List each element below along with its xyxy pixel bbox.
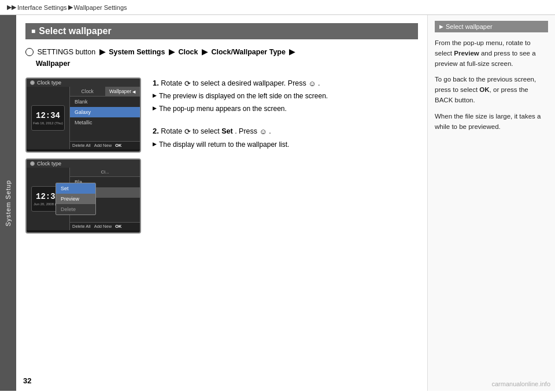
screen1-tab-wallpaper[interactable]: Wallpaper ◀ — [105, 87, 140, 96]
screen2-btn-deleteall[interactable]: Delete All — [72, 224, 91, 229]
watermark: carmanualonline.info — [491, 380, 550, 387]
popup-delete[interactable]: Delete — [56, 204, 95, 215]
right-panel: Select wallpaper From the pop-up menu, r… — [428, 15, 555, 391]
step1-bullet1-text: The preview is displayed on the left sid… — [159, 91, 328, 101]
screen1-menu-list: Blank Galaxy Metallic — [70, 97, 140, 141]
step2-text: 2. Rotate ⟳ to select Set . Press ☺ . — [153, 125, 328, 137]
screen1-menu-galaxy[interactable]: Galaxy — [70, 107, 140, 117]
sidebar: System Setup — [0, 15, 16, 391]
step2-number: 2. — [153, 127, 159, 135]
right-panel-para3: When the file size is large, it takes a … — [435, 112, 548, 132]
screen2-tab-bar: Cl... — [70, 168, 140, 177]
content-area: Select wallpaper SETTINGS button ▶ Syste… — [16, 15, 555, 391]
nav-arrow1: ▶ — [99, 48, 105, 56]
step1-rotate-icon: ⟳ — [184, 78, 191, 90]
nav-step1: System Settings — [109, 48, 165, 56]
screen2-btn-ok[interactable]: OK — [115, 224, 121, 229]
step2-bold-word: Set — [221, 127, 232, 135]
breadcrumb-item2: Wallpaper Settings — [74, 4, 127, 11]
ok-bold: OK — [479, 86, 489, 93]
screen2-dot — [30, 161, 35, 166]
nav-step3: Clock/Wallpaper Type — [211, 48, 286, 56]
screen1-body: 12:34 Feb 16, 2012 (Thu) Clock Wallpaper — [27, 87, 140, 149]
nav-arrow2: ▶ — [169, 48, 175, 56]
nav-step4: Wallpaper — [36, 60, 70, 68]
nav-arrow3: ▶ — [202, 48, 208, 56]
screen1-menu-area: Clock Wallpaper ◀ Blank Galaxy Met — [70, 87, 140, 149]
screen1-btn-deleteall[interactable]: Delete All — [72, 143, 91, 148]
step2-middle-text: to select — [193, 127, 220, 135]
nav-arrow4: ▶ — [289, 48, 295, 56]
screen1-menu-blank[interactable]: Blank — [70, 97, 140, 107]
right-panel-para1: From the pop-up menu, rotate to select P… — [435, 38, 548, 69]
screen1-footer: Delete All Add New OK — [70, 141, 140, 149]
screen1-menu-metallic[interactable]: Metallic — [70, 117, 140, 128]
nav-step2: Clock — [178, 48, 198, 56]
step1-middle-text: to select a desired wallpaper. Press — [193, 79, 306, 87]
page-number: 32 — [23, 376, 31, 385]
main-layout: System Setup Select wallpaper SETTINGS b… — [0, 15, 555, 391]
screen1-titlebar: Clock type — [27, 79, 140, 87]
popup-preview[interactable]: Preview — [56, 194, 95, 204]
breadcrumb-arrow1: ▶▶ — [7, 3, 16, 11]
screen1-clock-time: 12:34 — [36, 111, 60, 120]
step2-rotate-label: Rotate — [161, 127, 182, 135]
step2-period: . — [269, 127, 271, 135]
step1-text: 1. Rotate ⟳ to select a desired wallpape… — [153, 77, 328, 89]
screen2-popup: Set Preview Delete — [56, 183, 96, 215]
screen1-clock-date: Feb 16, 2012 (Thu) — [33, 121, 62, 125]
right-panel-title: Select wallpaper — [435, 21, 548, 32]
preview-bold: Preview — [454, 50, 479, 57]
step1-bullet1: The preview is displayed on the left sid… — [153, 91, 328, 101]
step2-bullet: The display will return to the wallpaper… — [153, 140, 328, 150]
step1-bullet2-text: The pop-up menu appears on the screen. — [159, 104, 287, 114]
screen1-mockup: Clock type 12:34 Feb 16, 2012 (Thu) — [25, 77, 141, 153]
screenshots-instructions: Clock type 12:34 Feb 16, 2012 (Thu) — [25, 77, 418, 234]
step1-period: . — [318, 79, 320, 87]
step1-rotate-label: Rotate — [161, 79, 182, 87]
screen1-dot — [30, 80, 35, 85]
step2-rotate-icon: ⟳ — [184, 126, 191, 138]
screen1-btn-ok[interactable]: OK — [115, 143, 121, 148]
screenshots-column: Clock type 12:34 Feb 16, 2012 (Thu) — [25, 77, 141, 234]
screen1-clock-preview: 12:34 Feb 16, 2012 (Thu) — [27, 87, 70, 149]
section-title: Select wallpaper — [39, 26, 111, 36]
step1-bullet2: The pop-up menu appears on the screen. — [153, 104, 328, 114]
screen1-btn-addnew[interactable]: Add New — [94, 143, 112, 148]
screen2-mockup: Clock type 12:34 Jun 20, 2008 (Sat) — [25, 158, 141, 234]
step2-bullet-text: The display will return to the wallpaper… — [159, 140, 289, 150]
screen1-title: Clock type — [37, 80, 61, 86]
step1-press-icon: ☺ — [308, 78, 316, 90]
nav-path: SETTINGS button ▶ System Settings ▶ Cloc… — [25, 46, 418, 69]
step1: 1. Rotate ⟳ to select a desired wallpape… — [153, 77, 328, 114]
section-header: Select wallpaper — [25, 23, 418, 39]
breadcrumb-item1: Interface Settings — [17, 4, 67, 11]
nav-settings-label: SETTINGS button — [37, 48, 95, 56]
breadcrumb-sep1: ▶ — [68, 3, 73, 11]
screen1-tab-clock[interactable]: Clock — [70, 87, 105, 96]
screen1-clock-face: 12:34 Feb 16, 2012 (Thu) — [31, 105, 65, 131]
right-panel-para2: To go back to the previous screen, press… — [435, 75, 548, 105]
step2-end-text: . Press — [235, 127, 257, 135]
screen1-tab-bar: Clock Wallpaper ◀ — [70, 87, 140, 97]
step1-number: 1. — [153, 79, 159, 87]
breadcrumb-bar: ▶▶ Interface Settings ▶ Wallpaper Settin… — [0, 0, 555, 15]
settings-icon — [25, 48, 34, 56]
screen2-btn-addnew[interactable]: Add New — [94, 224, 112, 229]
popup-menu: Set Preview Delete — [56, 183, 96, 215]
screen2-title: Clock type — [37, 161, 61, 167]
screen2-footer: Delete All Add New OK — [70, 222, 140, 230]
screen2-tab-c[interactable]: Cl... — [70, 168, 140, 176]
instructions: 1. Rotate ⟳ to select a desired wallpape… — [153, 77, 328, 158]
sidebar-label: System Setup — [5, 180, 12, 226]
popup-set[interactable]: Set — [56, 183, 95, 194]
step2: 2. Rotate ⟳ to select Set . Press ☺ . Th… — [153, 125, 328, 150]
screen2-titlebar: Clock type — [27, 160, 140, 168]
main-content: Select wallpaper SETTINGS button ▶ Syste… — [16, 15, 428, 391]
step2-press-icon: ☺ — [260, 126, 267, 138]
